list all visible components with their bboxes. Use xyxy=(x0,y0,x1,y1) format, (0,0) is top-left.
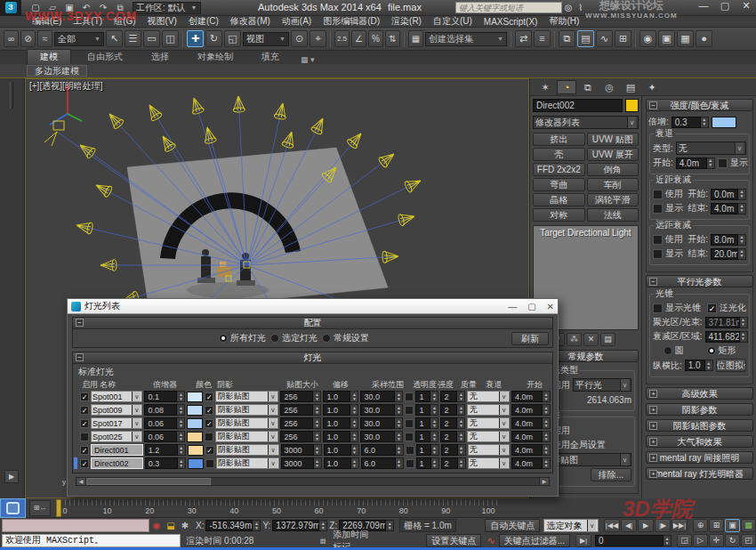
infocenter-search-input[interactable]: 键入关键字或短语 xyxy=(455,2,562,13)
modifier-button[interactable]: 对称 xyxy=(533,208,585,222)
auto-key-button[interactable]: 自动关键点 xyxy=(485,519,540,532)
refresh-button[interactable]: 刷新 xyxy=(511,332,549,345)
intensity-spinner[interactable]: 1▲▼ xyxy=(415,417,438,429)
minimize-button[interactable]: — xyxy=(697,0,710,12)
modifier-button[interactable]: 涡轮平滑 xyxy=(587,193,639,206)
ribbon-tab-5[interactable]: 填充 xyxy=(249,50,292,64)
quality-spinner[interactable]: 2▲▼ xyxy=(440,431,465,442)
light-enable-checkbox[interactable]: ✓ xyxy=(80,406,89,415)
mirror-icon[interactable]: ⇄ xyxy=(515,30,532,47)
bias-spinner[interactable]: 1.0▲▼ xyxy=(324,444,359,456)
map-size-spinner[interactable]: 256▲▼ xyxy=(280,391,321,402)
shadow-type-dropdown[interactable]: 阴影贴图∨ xyxy=(215,417,278,429)
shadow-enable-checkbox[interactable]: ✓ xyxy=(205,392,213,401)
far-end-spinner[interactable]: 20.0m▲▼ xyxy=(711,248,746,260)
light-enable-checkbox[interactable] xyxy=(80,433,89,441)
multiplier-spinner[interactable]: 0.3▲▼ xyxy=(672,117,709,128)
open-mini-curve-editor-icon[interactable]: ⊞↔ xyxy=(29,500,51,516)
material-editor-icon[interactable]: ◉ xyxy=(639,30,656,47)
decay-dropdown[interactable]: 无∨ xyxy=(467,431,510,442)
viewport-label[interactable]: [+][透视][明暗处理] xyxy=(29,80,103,93)
collapsed-rollout[interactable]: +mental ray 间接照明 xyxy=(646,451,753,465)
dialog-h-scrollbar[interactable]: ◀ ▶ xyxy=(76,477,550,486)
start-spinner[interactable]: 4.0m▲▼ xyxy=(511,444,551,456)
menu-item[interactable]: 帮助(H) xyxy=(549,15,579,28)
modifier-button[interactable]: 倒角 xyxy=(587,163,639,176)
schematic-view-icon[interactable]: ⊞ xyxy=(615,30,631,47)
menu-item[interactable]: 修改器(M) xyxy=(230,15,270,28)
selection-filter-dropdown[interactable]: 全部▼ xyxy=(54,32,104,46)
use-pivot-center-icon[interactable]: ⊙ xyxy=(291,30,308,47)
light-name-field[interactable]: Direct002 xyxy=(91,457,143,469)
light-row[interactable]: Spot025∨0.06▲▼阴影贴图∨256▲▼1.0▲▼30.0▲▼1▲▼2▲… xyxy=(80,431,552,442)
light-enable-checkbox[interactable]: ✓ xyxy=(80,419,89,428)
shadow-type-dropdown[interactable]: 阴影贴图∨ xyxy=(215,404,278,416)
light-row[interactable]: ✓Spot001∨0.1▲▼✓阴影贴图∨256▲▼1.0▲▼30.0▲▼1▲▼2… xyxy=(80,391,552,402)
select-and-move-icon[interactable]: ✚ xyxy=(187,30,204,47)
decay-show-checkbox[interactable] xyxy=(718,158,728,168)
bias-spinner[interactable]: 1.0▲▼ xyxy=(323,391,358,402)
multiplier-spinner[interactable]: 0.06▲▼ xyxy=(144,417,185,429)
map-size-spinner[interactable]: 3000▲▼ xyxy=(281,457,322,469)
modifier-button[interactable]: 晶格 xyxy=(533,193,585,206)
remove-modifier-icon[interactable]: ✕ xyxy=(583,333,599,346)
config-radio-option[interactable]: 选定灯光 xyxy=(270,332,318,344)
scroll-left-icon[interactable]: ◀ xyxy=(76,478,86,485)
light-row[interactable]: ✓Spot009∨0.08▲▼✓阴影贴图∨256▲▼1.0▲▼30.0▲▼1▲▼… xyxy=(80,404,552,416)
light-color-swatch[interactable] xyxy=(188,445,204,456)
aspect-spinner[interactable]: 1.0▲▼ xyxy=(685,360,713,371)
sample-range-spinner[interactable]: 30.0▲▼ xyxy=(360,431,403,442)
modifier-button[interactable]: UVW 展开 xyxy=(587,148,639,161)
light-enable-checkbox[interactable]: ✓ xyxy=(80,459,89,468)
menu-item[interactable]: MAXScript(X) xyxy=(484,17,538,27)
intensity-spinner[interactable]: 1▲▼ xyxy=(415,391,438,402)
ribbon-tab-4[interactable]: 对象绘制 xyxy=(185,50,245,64)
transparency-checkbox[interactable] xyxy=(406,446,414,455)
light-enable-checkbox[interactable]: ✓ xyxy=(80,446,89,455)
dialog-close-icon[interactable]: ✕ xyxy=(547,302,554,311)
align-icon[interactable]: ≡ xyxy=(534,30,551,47)
modifier-button[interactable]: FFD 2x2x2 xyxy=(533,163,585,176)
ribbon-tab-3[interactable]: 选择 xyxy=(139,50,181,64)
menu-item[interactable]: 渲染(R) xyxy=(391,15,422,28)
far-show-checkbox[interactable] xyxy=(653,249,663,259)
near-show-checkbox[interactable] xyxy=(653,204,663,214)
config-radio-option[interactable]: 常规设置 xyxy=(322,332,369,344)
dialog-titlebar[interactable]: 灯光列表 — ▢ ✕ xyxy=(68,299,558,314)
shadow-type-dropdown[interactable]: 阴影贴图∨ xyxy=(216,457,279,469)
mini-curve-editor-button[interactable] xyxy=(0,498,26,518)
falloff-spinner[interactable]: 411.682m▲▼ xyxy=(705,331,748,343)
maximize-button[interactable]: ▢ xyxy=(719,0,731,12)
select-and-manipulate-icon[interactable]: ⌖ xyxy=(310,30,326,47)
exclude-button[interactable]: 排除... xyxy=(591,468,631,481)
zoom-all-icon[interactable]: ⊞ xyxy=(709,519,724,532)
collapse-icon[interactable]: − xyxy=(649,101,657,109)
polygon-modeling-panel-button[interactable]: 多边形建模 xyxy=(27,65,87,77)
expand-icon[interactable]: + xyxy=(649,422,657,430)
light-row[interactable]: ✓Spot017∨0.06▲▼✓阴影贴图∨256▲▼1.0▲▼30.0▲▼1▲▼… xyxy=(80,417,552,429)
light-name-dropdown[interactable]: Spot017∨ xyxy=(91,417,142,429)
shadow-enable-checkbox[interactable] xyxy=(205,433,213,441)
collapsed-rollout[interactable]: +阴影参数 xyxy=(646,403,753,417)
rectangular-selection-region-icon[interactable]: ▭ xyxy=(143,30,160,47)
intensity-spinner[interactable]: 1▲▼ xyxy=(416,457,439,469)
quality-spinner[interactable]: 2▲▼ xyxy=(441,457,466,469)
light-row[interactable]: ✓Direct0011.2▲▼✓阴影贴图∨3000▲▼1.0▲▼6.0▲▼1▲▼… xyxy=(80,444,552,456)
quality-spinner[interactable]: 2▲▼ xyxy=(440,404,465,416)
multiplier-spinner[interactable]: 0.08▲▼ xyxy=(144,404,185,416)
near-start-spinner[interactable]: 0.0m▲▼ xyxy=(711,189,746,200)
dialog-minimize-icon[interactable]: — xyxy=(508,302,517,311)
decay-dropdown[interactable]: 无∨ xyxy=(467,417,510,429)
show-cone-checkbox[interactable] xyxy=(653,303,663,313)
sample-range-spinner[interactable]: 30.0▲▼ xyxy=(360,417,403,429)
modifier-button[interactable]: 壳 xyxy=(533,148,585,161)
workspace-selector[interactable]: 工作区: 默认▼ xyxy=(133,2,201,14)
collapsed-rollout[interactable]: +高级效果 xyxy=(646,387,753,400)
bind-to-spacewarp-icon[interactable]: ≈ xyxy=(37,30,52,47)
light-name-dropdown[interactable]: Spot025∨ xyxy=(91,431,142,442)
config-radio-option[interactable]: 所有灯光 xyxy=(219,332,266,344)
bias-spinner[interactable]: 1.0▲▼ xyxy=(323,404,358,416)
modifier-button[interactable]: 法线 xyxy=(587,208,639,222)
collapse-icon[interactable]: − xyxy=(76,353,84,361)
radio-icon[interactable] xyxy=(270,334,279,343)
